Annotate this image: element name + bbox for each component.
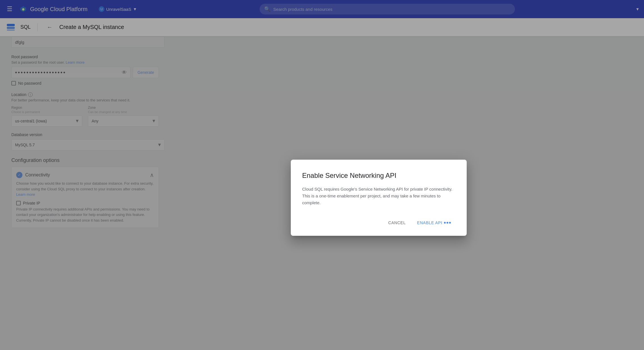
dialog-actions: CANCEL ENABLE API (302, 218, 455, 228)
cancel-button[interactable]: CANCEL (384, 218, 410, 228)
dot-1 (444, 222, 446, 224)
dialog-title: Enable Service Networking API (302, 171, 455, 180)
modal-overlay: Enable Service Networking API Cloud SQL … (0, 0, 644, 350)
dialog-body: Cloud SQL requires Google's Service Netw… (302, 186, 455, 206)
enable-api-button[interactable]: ENABLE API (413, 218, 455, 228)
dot-2 (447, 222, 448, 224)
enable-api-dialog: Enable Service Networking API Cloud SQL … (291, 160, 467, 236)
dot-3 (449, 222, 451, 224)
loading-indicator (444, 222, 451, 224)
